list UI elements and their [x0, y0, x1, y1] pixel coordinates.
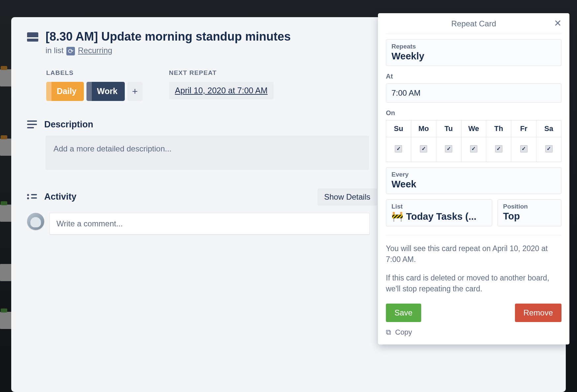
next-repeat-button[interactable]: April 10, 2020 at 7:00 AM: [169, 82, 274, 99]
day-check-mo[interactable]: [420, 145, 427, 152]
list-label: List: [391, 203, 487, 210]
comment-input[interactable]: Write a comment...: [50, 213, 370, 235]
activity-icon: [27, 193, 37, 201]
day-head-sa: Sa: [536, 120, 561, 137]
save-button[interactable]: Save: [386, 304, 421, 322]
labels-heading: LABELS: [46, 69, 143, 77]
card-title[interactable]: [8.30 AM] Update morning standup minutes: [46, 29, 291, 44]
day-head-mo: Mo: [411, 120, 436, 137]
description-heading: Description: [44, 119, 93, 130]
add-label-button[interactable]: +: [127, 82, 143, 101]
next-repeat-heading: NEXT REPEAT: [169, 69, 274, 77]
day-head-fr: Fr: [511, 120, 536, 137]
divider: [386, 235, 561, 235]
remove-button[interactable]: Remove: [515, 304, 561, 322]
activity-heading: Activity: [44, 192, 77, 202]
position-select[interactable]: Position Top: [497, 199, 561, 226]
day-check-tu[interactable]: [445, 145, 452, 152]
position-label: Position: [503, 203, 556, 210]
day-check-su[interactable]: [395, 145, 402, 152]
label-text: Daily: [57, 86, 77, 96]
day-check-fr[interactable]: [520, 145, 527, 152]
days-table: Su Mo Tu We Th Fr Sa: [386, 120, 561, 162]
label-daily[interactable]: Daily: [46, 82, 84, 101]
position-value: Top: [503, 211, 556, 222]
repeats-label: Repeats: [391, 43, 556, 50]
copy-icon: ⧉: [386, 328, 391, 337]
card-icon: [27, 32, 38, 42]
on-label: On: [386, 109, 561, 117]
description-icon: [27, 120, 37, 128]
next-repeat-value: April 10, 2020 at 7:00 AM: [175, 86, 268, 95]
at-input[interactable]: [386, 83, 561, 103]
copy-row[interactable]: ⧉ Copy: [386, 328, 561, 337]
day-head-we: We: [461, 120, 486, 137]
day-check-th[interactable]: [495, 145, 502, 152]
day-head-tu: Tu: [436, 120, 461, 137]
close-icon[interactable]: ✕: [554, 18, 561, 29]
every-value: Week: [391, 179, 556, 190]
list-value: 🚧 Today Tasks (...: [391, 211, 487, 222]
copy-label: Copy: [395, 328, 412, 337]
every-label: Every: [391, 171, 556, 178]
every-select[interactable]: Every Week: [386, 167, 561, 194]
info-text-2: If this card is deleted or moved to anot…: [386, 273, 561, 295]
list-select[interactable]: List 🚧 Today Tasks (...: [386, 199, 492, 226]
show-details-button[interactable]: Show Details: [318, 188, 377, 206]
repeat-icon: [66, 47, 75, 55]
repeats-value: Weekly: [391, 51, 556, 62]
next-repeat-block: NEXT REPEAT April 10, 2020 at 7:00 AM: [169, 69, 274, 101]
popover-title: Repeat Card: [451, 19, 496, 28]
in-list-text: in list Recurring: [46, 46, 291, 55]
at-label: At: [386, 73, 561, 80]
repeats-select[interactable]: Repeats Weekly: [386, 39, 561, 66]
day-head-th: Th: [486, 120, 511, 137]
labels-block: LABELS Daily Work +: [46, 69, 143, 101]
day-head-su: Su: [386, 120, 411, 137]
in-list-prefix: in list: [46, 46, 66, 55]
list-link[interactable]: Recurring: [78, 46, 112, 55]
avatar[interactable]: [27, 213, 44, 230]
day-check-sa[interactable]: [545, 145, 553, 152]
label-work[interactable]: Work: [86, 82, 125, 101]
day-check-we[interactable]: [470, 145, 477, 152]
repeat-card-popover: Repeat Card ✕ Repeats Weekly At On Su Mo…: [378, 13, 569, 344]
description-input[interactable]: Add a more detailed description...: [46, 136, 369, 170]
label-text: Work: [97, 86, 118, 96]
info-text-1: You will see this card repeat on April 1…: [386, 243, 561, 265]
